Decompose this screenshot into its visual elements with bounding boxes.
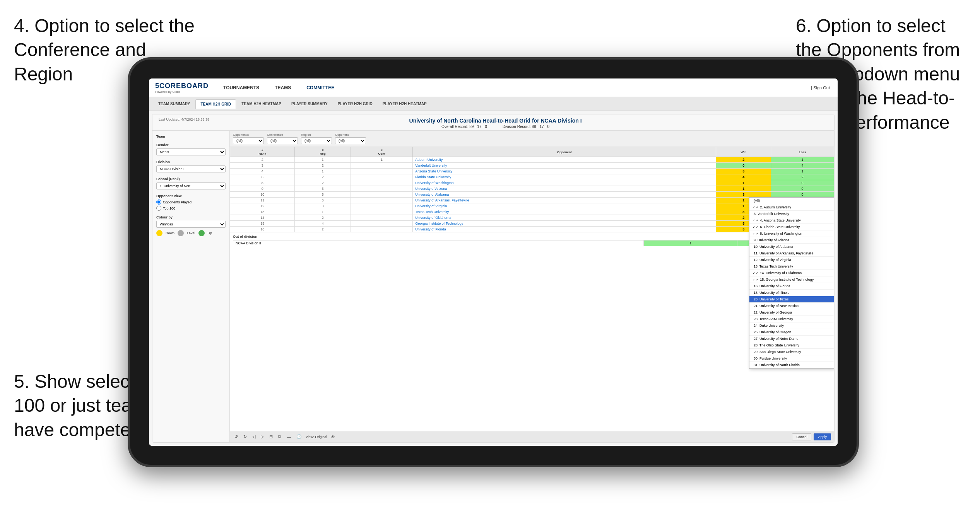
dropdown-item[interactable]: 28. The Ohio State University [749,342,834,349]
division-label: Division [156,160,226,164]
td-name[interactable]: University of Arizona [413,186,716,192]
region-select[interactable]: (All) [301,137,332,144]
td-name[interactable]: Georgia Institute of Technology [413,221,716,227]
view-label: View: Original [306,435,327,439]
dropdown-item[interactable]: (All) [749,198,834,204]
dropdown-item[interactable]: 20. University of Texas [749,296,834,303]
td-name[interactable]: Arizona State University [413,169,716,174]
td-name[interactable]: Florida State University [413,174,716,180]
tab-team-summary[interactable]: TEAM SUMMARY [154,99,195,108]
team-label: Team [156,135,226,138]
gender-section: Gender Men's [156,143,226,155]
dropdown-item[interactable]: 18. University of Illinois [749,290,834,296]
td-rank: 11 [230,198,295,203]
dropdown-item[interactable]: 10. University of Alabama [749,244,834,250]
dropdown-item[interactable]: ✓14. University of Oklahoma [749,270,834,276]
dropdown-item[interactable]: 29. San Diego State University [749,349,834,355]
td-rank: 16 [230,227,295,232]
dropdown-item[interactable]: 25. University of Oregon [749,329,834,336]
tab-player-h2h-heatmap[interactable]: PLAYER H2H HEATMAP [378,99,431,108]
td-reg: 1 [295,157,351,163]
fwd-btn[interactable]: ▷ [259,433,265,440]
table-row: 10 5 University of Alabama 3 0 [230,192,834,198]
back-btn[interactable]: ◁ [251,433,257,440]
eye-btn[interactable]: 👁 [329,434,337,440]
table-body: 2 1 1 Auburn University 2 1 3 2 Vanderbi… [230,157,834,232]
school-section: School (Rank) 1. University of Nort... [156,177,226,189]
dropdown-item[interactable]: 27. University of Notre Dame [749,336,834,342]
radio-top-100[interactable]: Top 100 [156,206,226,211]
td-name[interactable]: University of Oklahoma [413,215,716,221]
opponents-filter: Opponents: (All) [233,133,264,144]
tab-player-summary[interactable]: PLAYER SUMMARY [287,99,332,108]
dropdown-item[interactable]: 9. University of Arizona [749,237,834,244]
td-conf [351,186,412,192]
apply-button[interactable]: Apply [814,433,831,440]
dropdown-item[interactable]: 21. University of New Mexico [749,303,834,309]
clock-btn[interactable]: 🕐 [295,433,303,440]
dropdown-item[interactable]: ✓2. Auburn University [749,204,834,211]
nav-items: TOURNAMENTS TEAMS COMMITTEE | Sign Out [220,84,831,92]
nav-tournaments[interactable]: TOURNAMENTS [220,84,262,92]
dropdown-item[interactable]: 31. University of North Florida [749,362,834,368]
undo-btn[interactable]: ↺ [233,433,239,440]
radio-opponents-played[interactable]: Opponents Played [156,200,226,205]
table-row: 4 1 Arizona State University 5 1 [230,169,834,174]
table-row: 11 6 University of Arkansas, Fayettevill… [230,198,834,203]
td-name[interactable]: Auburn University [413,157,716,163]
dropdown-item[interactable]: ✓15. Georgia Institute of Technology [749,276,834,283]
dash-btn[interactable]: — [285,434,292,440]
nav-committee[interactable]: COMMITTEE [303,84,337,92]
app-header: 5COREBOARD Powered by Cloud TOURNAMENTS … [149,78,838,97]
dropdown-item[interactable]: 3. Vanderbilt University [749,211,834,217]
dropdown-item[interactable]: ✓8. University of Washington [749,230,834,237]
td-name[interactable]: University of Washington [413,180,716,186]
td-win: 1 [716,180,771,186]
dropdown-item[interactable]: 12. University of Virginia [749,257,834,263]
dropdown-item[interactable]: 23. Texas A&M University [749,316,834,322]
colour-select[interactable]: Win/loss [156,221,226,228]
td-name[interactable]: University of Alabama [413,192,716,198]
tab-player-h2h-grid[interactable]: PLAYER H2H GRID [333,99,377,108]
tab-team-h2h-heatmap[interactable]: TEAM H2H HEATMAP [237,99,286,108]
td-conf [351,221,412,227]
td-reg: 2 [295,227,351,232]
opponent-select[interactable]: (All) [335,137,366,144]
table-row: 9 3 University of Arizona 1 0 [230,186,834,192]
opponents-select[interactable]: (All) [233,137,264,144]
dropdown-item[interactable]: 11. University of Arkansas, Fayetteville [749,250,834,257]
redo-btn[interactable]: ↻ [242,433,248,440]
td-name[interactable]: Vanderbilt University [413,163,716,169]
td-name[interactable]: Texas Tech University [413,209,716,215]
table-row: 3 2 Vanderbilt University 0 4 [230,163,834,169]
td-name[interactable]: University of Florida [413,227,716,232]
td-conf [351,198,412,203]
school-select[interactable]: 1. University of Nort... [156,182,226,189]
td-win: 5 [716,169,771,174]
zoom-fit-btn[interactable]: ⊞ [268,433,274,440]
td-loss: 1 [771,169,834,174]
td-reg: 6 [295,198,351,203]
nav-signout[interactable]: | Sign Out [809,84,831,92]
dropdown-item[interactable]: 13. Texas Tech University [749,263,834,270]
nav-teams[interactable]: TEAMS [272,84,294,92]
dropdown-item[interactable]: 16. University of Florida [749,283,834,290]
td-name[interactable]: University of Arkansas, Fayetteville [413,198,716,203]
division-select[interactable]: NCAA Division I [156,165,226,172]
conference-select[interactable]: (All) [267,137,298,144]
dropdown-item[interactable]: 24. Duke University [749,322,834,329]
cancel-button[interactable]: Cancel [792,433,811,440]
dropdown-item[interactable]: ✓4. Arizona State University [749,217,834,224]
copy-btn[interactable]: ⧉ [277,433,283,440]
dropdown-item[interactable]: 22. University of Georgia [749,309,834,316]
td-name[interactable]: University of Virginia [413,203,716,209]
table-row: 6 2 Florida State University 4 2 [230,174,834,180]
dropdown-item[interactable]: ✓6. Florida State University [749,224,834,230]
division-section: Division NCAA Division I [156,160,226,172]
tab-team-h2h-grid[interactable]: TEAM H2H GRID [195,99,236,109]
dropdown-item[interactable]: 30. Purdue University [749,355,834,362]
td-reg: 2 [295,215,351,221]
opponent-dropdown[interactable]: (All)✓2. Auburn University 3. Vanderbilt… [749,197,834,369]
td-reg: 2 [295,163,351,169]
gender-select[interactable]: Men's [156,148,226,155]
